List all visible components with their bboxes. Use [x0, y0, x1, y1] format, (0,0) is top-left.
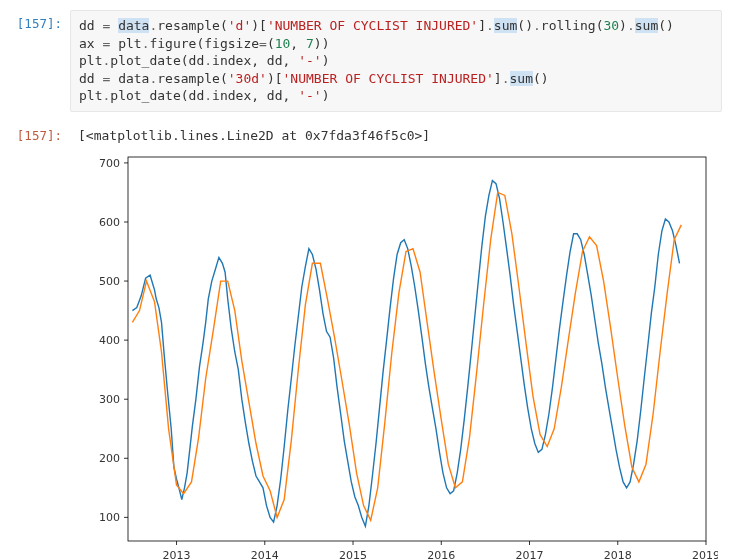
svg-text:500: 500	[99, 275, 120, 288]
input-prompt: [157]:	[0, 10, 70, 31]
output-repr: [<matplotlib.lines.Line2D at 0x7fda3f46f…	[70, 122, 722, 147]
svg-text:200: 200	[99, 452, 120, 465]
input-cell: [157]: dd = data.resample('d')['NUMBER O…	[0, 10, 722, 112]
svg-text:700: 700	[99, 157, 120, 170]
svg-text:100: 100	[99, 511, 120, 524]
svg-text:2016: 2016	[427, 549, 455, 560]
output-cell: [157]: [<matplotlib.lines.Line2D at 0x7f…	[0, 122, 722, 147]
code-editor[interactable]: dd = data.resample('d')['NUMBER OF CYCLI…	[70, 10, 722, 112]
selection: data	[118, 18, 149, 33]
svg-text:2018: 2018	[604, 549, 632, 560]
svg-text:2013: 2013	[163, 549, 191, 560]
svg-text:2017: 2017	[516, 549, 544, 560]
svg-text:400: 400	[99, 334, 120, 347]
svg-text:300: 300	[99, 393, 120, 406]
svg-rect-0	[128, 157, 706, 541]
chart-output: 1002003004005006007002013201420152016201…	[70, 147, 722, 560]
svg-text:2015: 2015	[339, 549, 367, 560]
output-prompt: [157]:	[0, 122, 70, 143]
svg-text:2014: 2014	[251, 549, 279, 560]
svg-text:600: 600	[99, 216, 120, 229]
svg-text:2019: 2019	[692, 549, 718, 560]
line-chart: 1002003004005006007002013201420152016201…	[78, 149, 718, 560]
